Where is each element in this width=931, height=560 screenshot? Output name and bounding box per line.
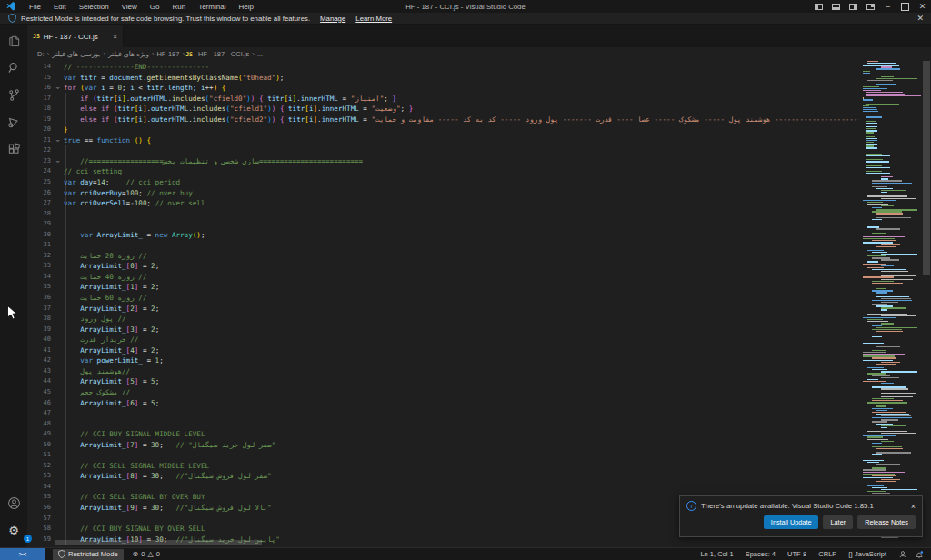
code-line[interactable]: 39 ArrayLimit_[3] = 2; [27,325,859,335]
breadcrumb-item[interactable]: D: [37,50,45,58]
remote-indicator[interactable]: >< [0,548,45,560]
menu-terminal[interactable]: Terminal [192,3,232,11]
code-line[interactable]: 42 var powerLimit_ = 1; [27,355,859,366]
fold-chevron-icon[interactable]: › [51,135,64,146]
notification-close-icon[interactable]: × [911,502,916,511]
menu-run[interactable]: Run [165,3,192,11]
code-line[interactable]: 54 [27,482,859,493]
restore-button[interactable] [896,0,914,13]
banner-close-icon[interactable]: ✕ [916,14,924,23]
notifications-bell-icon[interactable] [915,550,924,559]
breadcrumb-item[interactable]: ویژه های فیلتر [108,50,149,58]
fold-chevron-icon[interactable]: › [51,156,64,167]
tab-hf-187-cci[interactable]: JS HF - 187 - CCI.js × [27,25,124,47]
menu-selection[interactable]: Selection [73,3,115,11]
code-line[interactable]: 50 ArrayLimit_[7] = 30; // "صفر لول خرید… [27,440,859,451]
manage-link[interactable]: Manage [320,15,345,23]
minimize-button[interactable]: – [879,0,896,13]
install-update-button[interactable]: Install Update [764,515,819,529]
menu-edit[interactable]: Edit [47,3,73,11]
code-line[interactable]: 31 [27,240,859,251]
code-line[interactable]: 43 هوشمند پول// [27,366,859,377]
code-line[interactable]: 18 else if (titr[i].outerHTML.includes("… [27,104,859,115]
minimap[interactable] [861,61,923,545]
code-line[interactable]: 25var day=14; // cci period [27,177,859,188]
minimap-line [863,435,896,435]
minimap-line [872,467,886,468]
code-line[interactable]: 29 [27,219,859,230]
status-crlf[interactable]: CRLF [818,550,836,558]
code-line[interactable]: 45 مشکوک حجم // [27,387,859,398]
fold-chevron-icon[interactable]: › [51,83,64,94]
code-line[interactable]: 37 ArrayLimit_[2] = 2; [27,304,859,315]
feedback-icon[interactable] [898,550,907,559]
status-ln-1-col-1[interactable]: Ln 1, Col 1 [700,550,733,558]
code-line[interactable]: 19 else if (titr[i].outerHTML.includes("… [27,115,859,125]
code-line[interactable]: 32 روزه 20 حمایت // [27,251,859,262]
code-line[interactable]: 20} [27,125,859,135]
code-line[interactable]: 49 // CCI BUY SIGNAL MIDDLE LEVEL [27,429,859,440]
code-line[interactable]: 22 [27,145,859,156]
code-line[interactable]: 41 ArrayLimit_[4] = 2; [27,345,859,356]
breadcrumb-item[interactable]: HF - 187 - CCI.js [198,50,249,58]
code-line[interactable]: 51 [27,450,859,461]
status--javascript[interactable]: {} JavaScript [848,550,886,558]
code-line[interactable]: 15var titr = document.getElementsByClass… [27,73,859,84]
menu-go[interactable]: Go [144,3,166,11]
problems-status[interactable]: ⊗ 0 △ 0 [133,550,160,558]
code-line[interactable]: 33 ArrayLimit_[0] = 2; [27,261,859,272]
release-notes-button[interactable]: Release Notes [857,515,916,529]
breadcrumb-item[interactable]: ... [257,50,263,58]
learn-more-link[interactable]: Learn More [355,15,392,23]
code-line[interactable]: 44 ArrayLimit_[5] = 5; [27,376,859,387]
js-file-icon: JS [33,33,40,40]
code-line[interactable]: 52 // CCI SELL SIGNAL MIDDLE LEVEL [27,461,859,472]
toggle-panel-bottom-icon[interactable] [827,0,845,13]
run-debug-icon[interactable] [0,110,27,134]
code-line[interactable]: 23› //==================سازی شخصی و تنظی… [27,156,859,167]
toggle-panel-left-icon[interactable] [810,0,827,13]
search-icon[interactable] [0,55,27,79]
breadcrumb-item[interactable]: بورسی های فیلتر [52,50,100,58]
code-line[interactable]: 53 ArrayLimit_[8] = 30; //"صفر لول فروش … [27,471,859,482]
vertical-scrollbar[interactable] [923,61,930,275]
code-line[interactable]: 38 پول ورود // [27,314,859,325]
horizontal-scrollbar[interactable] [55,540,262,545]
menu-help[interactable]: Help [232,3,259,11]
code-line[interactable]: 34 روزه 40 حمایت // [27,272,859,283]
code-line[interactable]: 35 ArrayLimit_[1] = 2; [27,282,859,293]
code-line[interactable]: 40 خریدار قدرت // [27,335,859,345]
code-editor[interactable]: 14// --------------END---------------15v… [27,61,931,545]
explorer-icon[interactable] [0,28,27,52]
code-line[interactable]: 17 if (titr[i].outerHTML.includes("cfiel… [27,94,859,105]
toggle-panel-right-icon[interactable] [845,0,862,13]
customize-layout-icon[interactable] [862,0,879,13]
extensions-icon[interactable] [0,137,27,161]
code-line[interactable]: 16›for (var i = 0; i < titr.length; i++)… [27,83,859,94]
later-button[interactable]: Later [823,515,853,529]
source-control-icon[interactable] [0,83,27,106]
settings-gear-icon[interactable]: ⚙ 1 [0,518,27,542]
close-window-button[interactable]: ✕ [914,0,931,13]
code-line[interactable]: 27var cciOverSell=-100; // over sell [27,198,859,209]
code-line[interactable]: 14// --------------END--------------- [27,62,859,73]
fold-gutter [51,524,64,535]
minimap-line [881,76,894,77]
status-utf-8[interactable]: UTF-8 [787,550,806,558]
code-line[interactable]: 47 [27,408,859,419]
code-line[interactable]: 46 ArrayLimit_[6] = 5; [27,398,859,409]
tab-close-icon[interactable]: × [113,33,117,41]
code-line[interactable]: 36 روزه 60 حمایت // [27,293,859,304]
restricted-mode-status[interactable]: Restricted Mode [53,549,124,560]
code-line[interactable]: 26var cciOverBuy=100; // over buy [27,188,859,199]
code-line[interactable]: 48 [27,419,859,430]
account-icon[interactable] [0,491,27,515]
breadcrumb-item[interactable]: HF-187 [156,50,179,58]
menu-view[interactable]: View [115,3,144,11]
menu-file[interactable]: File [23,3,47,11]
code-line[interactable]: 24// cci setting [27,166,859,177]
status-spaces-4[interactable]: Spaces: 4 [746,550,776,558]
code-line[interactable]: 28 [27,209,859,220]
code-line[interactable]: 30 var ArrayLimit_ = new Array(); [27,230,859,241]
code-line[interactable]: 21›true == function () { [27,135,859,146]
